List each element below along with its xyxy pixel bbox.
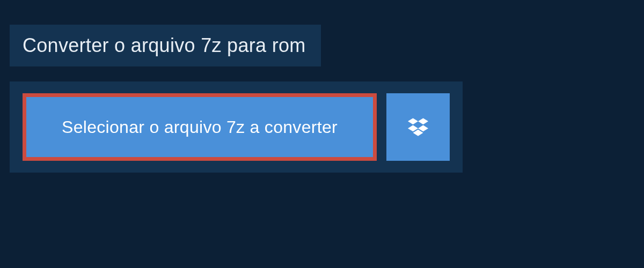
action-panel: Selecionar o arquivo 7z a converter xyxy=(10,81,463,173)
select-file-button[interactable]: Selecionar o arquivo 7z a converter xyxy=(23,93,377,161)
title-bar: Converter o arquivo 7z para rom xyxy=(10,25,321,66)
page-title: Converter o arquivo 7z para rom xyxy=(23,34,306,57)
svg-marker-0 xyxy=(408,118,418,124)
dropbox-button[interactable] xyxy=(386,93,450,161)
select-file-label: Selecionar o arquivo 7z a converter xyxy=(62,117,338,137)
dropbox-icon xyxy=(408,117,428,137)
svg-marker-1 xyxy=(418,118,428,124)
